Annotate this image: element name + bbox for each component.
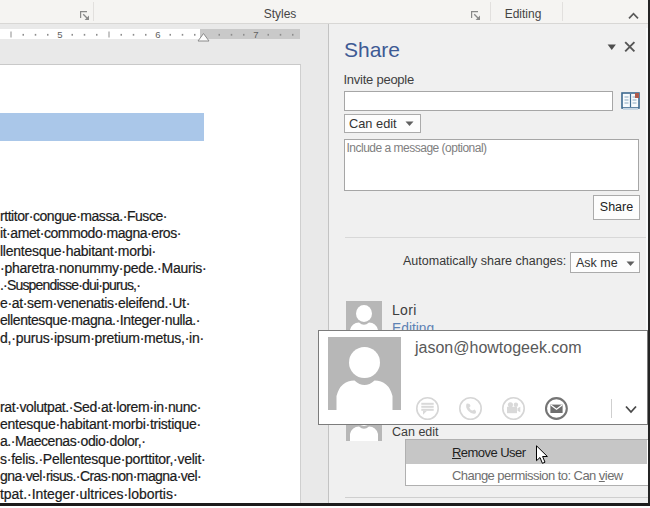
svg-text:6: 6	[155, 29, 160, 40]
svg-text:5: 5	[57, 29, 62, 40]
svg-text:7: 7	[253, 29, 258, 40]
